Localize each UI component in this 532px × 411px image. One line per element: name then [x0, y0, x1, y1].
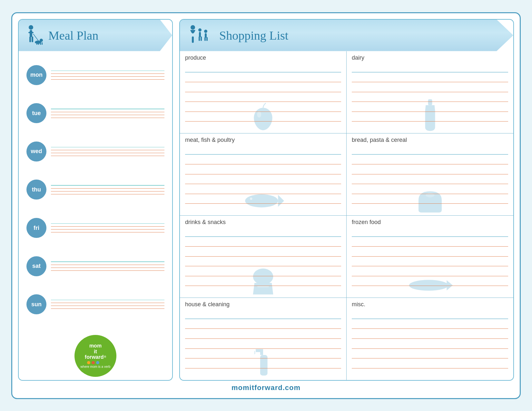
lines-produce	[185, 63, 341, 131]
logo-area: mom it forward® where mom is	[19, 332, 172, 380]
day-lines-thu	[51, 185, 164, 194]
shopping-panel: Shopping List produce	[179, 19, 514, 381]
line	[51, 223, 164, 224]
svg-point-12	[191, 25, 195, 30]
line	[51, 226, 164, 227]
line	[51, 270, 164, 271]
svg-rect-20	[204, 37, 206, 41]
line	[51, 112, 164, 112]
svg-rect-9	[40, 42, 41, 45]
section-dairy: dairy	[347, 51, 513, 133]
svg-rect-2	[28, 32, 34, 33]
line	[51, 109, 164, 109]
logo-dots	[87, 361, 104, 364]
line	[51, 188, 164, 189]
logo-wrapper: mom it forward® where mom is	[74, 335, 116, 377]
line	[51, 268, 164, 268]
section-label-bread: bread, pasta & cereal	[352, 137, 508, 143]
line	[51, 261, 164, 262]
line	[51, 118, 164, 118]
logo-text: mom it forward®	[85, 343, 106, 360]
svg-rect-17	[201, 36, 202, 41]
main-container: Meal Plan mon tue	[11, 12, 521, 399]
dot-red	[92, 361, 95, 364]
meal-plan-header: Meal Plan	[19, 20, 172, 51]
line	[51, 76, 164, 77]
section-house: house & cleaning	[180, 298, 347, 380]
lines-house	[185, 309, 341, 378]
lines-drinks	[185, 227, 341, 296]
line	[51, 308, 164, 309]
section-label-meat: meat, fish & poultry	[185, 137, 341, 143]
dot-orange	[87, 361, 90, 364]
line	[51, 265, 164, 265]
svg-rect-4	[32, 36, 33, 42]
line	[51, 232, 164, 232]
day-circle-tue: tue	[26, 103, 46, 123]
section-label-frozen: frozen food	[352, 219, 508, 226]
day-lines-wed	[51, 147, 164, 156]
lines-dairy	[352, 63, 508, 131]
dot-green	[101, 361, 104, 364]
meal-plan-panel: Meal Plan mon tue	[18, 19, 173, 381]
day-lines-sat	[51, 261, 164, 271]
day-lines-fri	[51, 223, 164, 233]
shopping-body: produce	[180, 51, 513, 380]
line	[51, 306, 164, 306]
svg-rect-7	[36, 42, 37, 45]
line	[51, 194, 164, 194]
footer-bar: momitforward.com	[18, 381, 514, 395]
dot-blue	[96, 361, 99, 364]
day-row-mon: mon	[26, 65, 164, 85]
line	[51, 73, 164, 74]
svg-rect-19	[205, 33, 207, 38]
line	[51, 156, 164, 156]
day-lines-sun	[51, 300, 164, 309]
line	[51, 147, 164, 148]
section-label-produce: produce	[185, 54, 341, 61]
day-circle-sat: sat	[26, 256, 46, 276]
section-frozen: frozen food	[347, 216, 513, 298]
svg-point-18	[204, 30, 207, 33]
line	[51, 185, 164, 186]
day-row-tue: tue	[26, 103, 164, 123]
section-meat: meat, fish & poultry	[180, 133, 347, 216]
section-label-house: house & cleaning	[185, 301, 341, 308]
meal-plan-icon	[25, 24, 44, 47]
svg-point-0	[29, 25, 33, 30]
lines-bread	[352, 145, 508, 213]
line	[51, 229, 164, 230]
day-row-wed: wed	[26, 142, 164, 161]
day-circle-fri: fri	[26, 218, 46, 238]
svg-rect-3	[29, 36, 31, 42]
section-bread: bread, pasta & cereal	[347, 133, 513, 216]
section-label-misc: misc.	[352, 301, 508, 308]
shopping-header: Shopping List	[180, 20, 513, 51]
line	[51, 71, 164, 71]
content-row: Meal Plan mon tue	[18, 19, 514, 381]
line	[51, 303, 164, 303]
line	[51, 115, 164, 115]
section-produce: produce	[180, 51, 347, 133]
shopping-title: Shopping List	[219, 28, 288, 43]
meal-plan-title: Meal Plan	[48, 28, 98, 43]
svg-rect-21	[206, 37, 208, 41]
svg-rect-13	[192, 36, 194, 43]
lines-frozen	[352, 227, 508, 296]
svg-rect-15	[199, 32, 201, 37]
svg-point-6	[40, 39, 43, 42]
svg-point-14	[198, 28, 202, 32]
meal-plan-body: mon tue	[19, 51, 172, 332]
section-label-drinks: drinks & snacks	[185, 219, 341, 226]
day-row-sun: sun	[26, 294, 164, 314]
line	[51, 300, 164, 300]
day-row-sat: sat	[26, 256, 164, 276]
line	[51, 79, 164, 80]
section-drinks: drinks & snacks	[180, 216, 347, 298]
day-circle-thu: thu	[26, 180, 46, 200]
shopping-icon	[186, 24, 215, 47]
line	[51, 153, 164, 153]
line	[51, 191, 164, 191]
svg-rect-8	[38, 42, 39, 45]
day-row-fri: fri	[26, 218, 164, 238]
